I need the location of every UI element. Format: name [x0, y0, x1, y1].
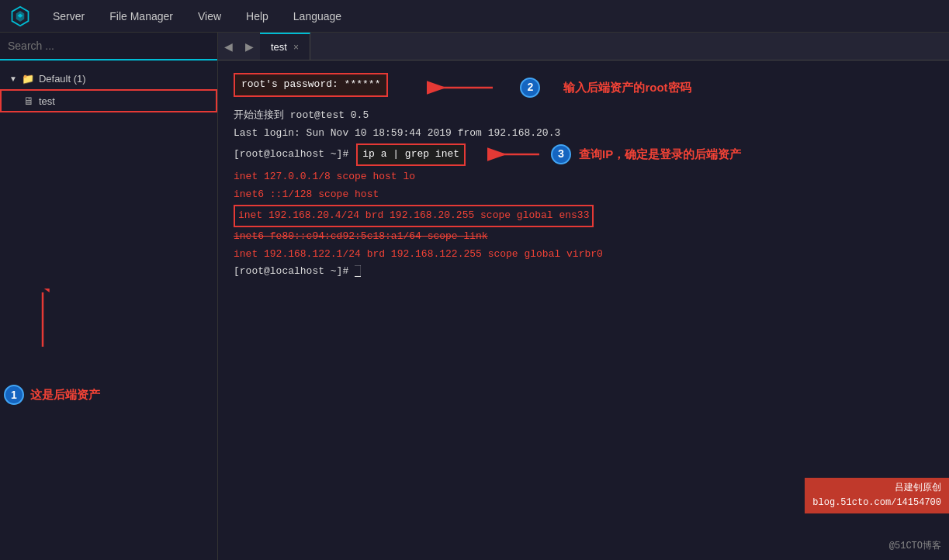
- terminal-line-cmd: [root@localhost ~]# ip a | grep inet 3 查…: [234, 143, 933, 166]
- annotation-text-3: 查询IP，确定是登录的后端资产: [579, 145, 741, 164]
- sidebar-group-label: Default (1): [39, 73, 86, 85]
- terminal-inet-3: inet 192.168.20.4/24 brd 192.168.20.255 …: [234, 205, 933, 227]
- arrow-to-cmd-icon: [481, 143, 543, 166]
- tab-label: test: [271, 41, 287, 53]
- search-input[interactable]: [8, 40, 210, 52]
- terminal-inet-4: inet6 fe80::c94:cd92:5c18:a1/64 scope li…: [234, 229, 933, 245]
- menu-bar: Server File Manager View Help Language: [0, 0, 949, 33]
- arrow-to-password-icon: [419, 76, 497, 99]
- tab-nav-prev[interactable]: ◀: [218, 40, 239, 53]
- search-bar[interactable]: [0, 33, 217, 60]
- server-icon: 🖥: [23, 95, 34, 107]
- chevron-down-icon: ▼: [9, 74, 17, 83]
- terminal-prompt-1: [root@localhost ~]#: [234, 147, 348, 163]
- tab-test[interactable]: test ×: [260, 33, 310, 60]
- terminal-cursor: █: [355, 265, 361, 277]
- menu-file-manager[interactable]: File Manager: [105, 7, 178, 26]
- menu-help[interactable]: Help: [241, 7, 273, 26]
- watermark-line-1: 吕建钊原创: [812, 481, 941, 496]
- terminal-inet-5: inet 192.168.122.1/24 brd 192.168.122.25…: [234, 247, 933, 263]
- terminal-inet-1: inet 127.0.0.1/8 scope host lo: [234, 169, 933, 185]
- folder-icon: 📁: [22, 73, 34, 85]
- main-content: ◀ ▶ test × root's password: ******: [218, 33, 949, 560]
- sidebar-item-test[interactable]: 🖥 test: [0, 89, 217, 112]
- password-prompt: root's password: ******: [234, 73, 388, 97]
- tab-nav-next[interactable]: ▶: [239, 40, 260, 53]
- terminal-line-1: 开始连接到 root@test 0.5: [234, 108, 933, 124]
- tab-bar: ◀ ▶ test ×: [218, 33, 949, 60]
- menu-server[interactable]: Server: [48, 7, 89, 26]
- menu-view[interactable]: View: [193, 7, 226, 26]
- arrow-up-icon: [31, 289, 54, 351]
- watermark-bottom: @51CTO博客: [889, 539, 941, 552]
- terminal[interactable]: root's password: ****** 2 输入后端资产的root密码 …: [218, 60, 949, 560]
- menu-language[interactable]: Language: [289, 7, 346, 26]
- sidebar-annotation-row: 1 这是后端资产: [4, 385, 100, 405]
- tab-close-button[interactable]: ×: [293, 42, 299, 53]
- terminal-line-password: root's password: ****** 2 输入后端资产的root密码: [234, 73, 933, 103]
- terminal-prompt-2: [root@localhost ~]# █: [234, 264, 933, 280]
- app-logo: [8, 4, 33, 29]
- annotation-circle-1: 1: [4, 385, 24, 405]
- watermark-line-2: blog.51cto.com/14154700: [812, 496, 941, 510]
- main-layout: ▼ 📁 Default (1) 🖥 test 1: [0, 33, 949, 560]
- command-box: ip a | grep inet: [356, 143, 466, 166]
- terminal-line-2: Last login: Sun Nov 10 18:59:44 2019 fro…: [234, 126, 933, 142]
- inet-highlight-box: inet 192.168.20.4/24 brd 192.168.20.255 …: [234, 205, 594, 227]
- watermark: 吕建钊原创 blog.51cto.com/14154700: [805, 478, 949, 513]
- annotation-circle-3: 3: [551, 144, 571, 164]
- annotation-text-1: 这是后端资产: [30, 388, 100, 403]
- sidebar-item-label: test: [39, 95, 55, 107]
- sidebar: ▼ 📁 Default (1) 🖥 test 1: [0, 33, 218, 560]
- sidebar-annotation-1: [0, 343, 16, 374]
- annotation-circle-2: 2: [520, 78, 540, 98]
- sidebar-group-default[interactable]: ▼ 📁 Default (1): [0, 68, 217, 89]
- terminal-inet-2: inet6 ::1/128 scope host: [234, 187, 933, 203]
- annotation-text-2: 输入后端资产的root密码: [563, 78, 691, 97]
